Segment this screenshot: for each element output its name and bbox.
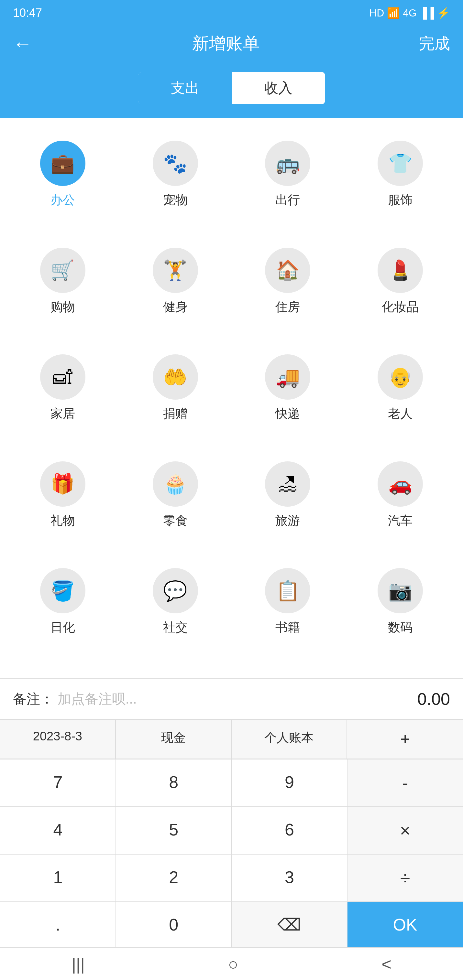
pet-label: 宠物 [163, 192, 188, 208]
category-item-donation[interactable]: 🤲捐赠 [119, 345, 232, 452]
category-item-gift[interactable]: 🎁礼物 [6, 452, 119, 559]
date-cell[interactable]: 2023-8-3 [0, 720, 116, 759]
category-item-dailycare[interactable]: 🪣日化 [6, 558, 119, 665]
dailycare-icon: 🪣 [40, 568, 85, 613]
category-item-express[interactable]: 🚚快递 [232, 345, 344, 452]
car-icon: 🚗 [378, 461, 423, 507]
key-3[interactable]: 3 [232, 854, 348, 902]
keypad: 789-456×123÷.0⌫OK [0, 759, 463, 948]
header: ← 新增账单 完成 [0, 26, 463, 61]
category-item-travel[interactable]: 🚌出行 [232, 131, 344, 238]
category-item-clothing[interactable]: 👕服饰 [344, 131, 457, 238]
housing-icon: 🏠 [265, 248, 310, 293]
office-label: 办公 [51, 192, 75, 208]
tourism-icon: 🏖 [265, 461, 310, 507]
category-item-home[interactable]: 🛋家居 [6, 345, 119, 452]
category-item-car[interactable]: 🚗汽车 [344, 452, 457, 559]
tab-income[interactable]: 收入 [232, 72, 325, 104]
done-button[interactable]: 完成 [419, 33, 450, 54]
category-item-cosmetics[interactable]: 💄化妆品 [344, 238, 457, 345]
status-time: 10:47 [13, 6, 42, 20]
category-item-tourism[interactable]: 🏖旅游 [232, 452, 344, 559]
category-item-social[interactable]: 💬社交 [119, 558, 232, 665]
key-8[interactable]: 8 [116, 759, 232, 807]
home-icon: 🛋 [40, 354, 85, 399]
nav-back[interactable]: < [362, 951, 410, 977]
snack-icon: 🧁 [153, 461, 198, 507]
donation-icon: 🤲 [153, 354, 198, 399]
key-9[interactable]: 9 [232, 759, 348, 807]
clothing-label: 服饰 [388, 192, 412, 208]
books-label: 书籍 [275, 619, 300, 636]
gift-icon: 🎁 [40, 461, 85, 507]
digital-icon: 📷 [378, 568, 423, 613]
elderly-icon: 👴 [378, 354, 423, 399]
key-4[interactable]: 4 [0, 807, 116, 854]
nav-home[interactable]: ||| [52, 951, 104, 977]
category-grid: 💼办公🐾宠物🚌出行👕服饰🛒购物🏋健身🏠住房💄化妆品🛋家居🤲捐赠🚚快递👴老人🎁礼物… [0, 118, 463, 678]
office-icon: 💼 [40, 141, 85, 186]
account-cell[interactable]: 个人账本 [232, 720, 348, 759]
amount-display: 0.00 [417, 689, 450, 709]
cosmetics-icon: 💄 [378, 248, 423, 293]
express-icon: 🚚 [265, 354, 310, 399]
tab-expense[interactable]: 支出 [139, 72, 232, 104]
digital-label: 数码 [388, 619, 412, 636]
key-5[interactable]: 5 [116, 807, 232, 854]
ok-button[interactable]: OK [347, 902, 463, 948]
key-7[interactable]: 7 [0, 759, 116, 807]
donation-label: 捐赠 [163, 406, 188, 422]
nav-circle[interactable]: ○ [209, 951, 257, 977]
key-2[interactable]: 2 [116, 854, 232, 902]
category-item-fitness[interactable]: 🏋健身 [119, 238, 232, 345]
car-label: 汽车 [388, 512, 412, 529]
category-item-digital[interactable]: 📷数码 [344, 558, 457, 665]
tab-switcher: 支出 收入 [0, 61, 463, 118]
remark-left[interactable]: 备注： 加点备注呗... [13, 690, 137, 708]
key--[interactable]: - [347, 759, 463, 807]
key-6[interactable]: 6 [232, 807, 348, 854]
key-×[interactable]: × [347, 807, 463, 854]
key-÷[interactable]: ÷ [347, 854, 463, 902]
travel-label: 出行 [275, 192, 300, 208]
nav-bar: ||| ○ < [0, 948, 463, 980]
backspace-button[interactable]: ⌫ [232, 902, 348, 948]
pet-icon: 🐾 [153, 141, 198, 186]
category-item-pet[interactable]: 🐾宠物 [119, 131, 232, 238]
cosmetics-label: 化妆品 [382, 299, 419, 315]
fitness-icon: 🏋 [153, 248, 198, 293]
category-item-housing[interactable]: 🏠住房 [232, 238, 344, 345]
keypad-info-row: 2023-8-3 现金 个人账本 + [0, 719, 463, 759]
page-title: 新增账单 [192, 32, 260, 55]
home-label: 家居 [51, 406, 75, 422]
status-bar: 10:47 HD 📶 4G ▐▐ ⚡ [0, 0, 463, 26]
express-label: 快递 [275, 406, 300, 422]
back-button[interactable]: ← [13, 33, 32, 55]
remark-placeholder: 加点备注呗... [57, 691, 137, 706]
pay-method-cell[interactable]: 现金 [116, 720, 232, 759]
social-icon: 💬 [153, 568, 198, 613]
snack-label: 零食 [163, 512, 188, 529]
status-icons: HD 📶 4G ▐▐ ⚡ [369, 7, 450, 19]
category-item-shopping[interactable]: 🛒购物 [6, 238, 119, 345]
books-icon: 📋 [265, 568, 310, 613]
gift-label: 礼物 [51, 512, 75, 529]
clothing-icon: 👕 [378, 141, 423, 186]
category-item-elderly[interactable]: 👴老人 [344, 345, 457, 452]
add-cell[interactable]: + [347, 720, 463, 759]
dailycare-label: 日化 [51, 619, 75, 636]
social-label: 社交 [163, 619, 188, 636]
key-.[interactable]: . [0, 902, 116, 948]
category-item-office[interactable]: 💼办公 [6, 131, 119, 238]
category-item-books[interactable]: 📋书籍 [232, 558, 344, 665]
shopping-icon: 🛒 [40, 248, 85, 293]
key-1[interactable]: 1 [0, 854, 116, 902]
remark-bar: 备注： 加点备注呗... 0.00 [0, 678, 463, 719]
travel-icon: 🚌 [265, 141, 310, 186]
housing-label: 住房 [275, 299, 300, 315]
category-item-snack[interactable]: 🧁零食 [119, 452, 232, 559]
fitness-label: 健身 [163, 299, 188, 315]
key-0[interactable]: 0 [116, 902, 232, 948]
elderly-label: 老人 [388, 406, 412, 422]
shopping-label: 购物 [51, 299, 75, 315]
